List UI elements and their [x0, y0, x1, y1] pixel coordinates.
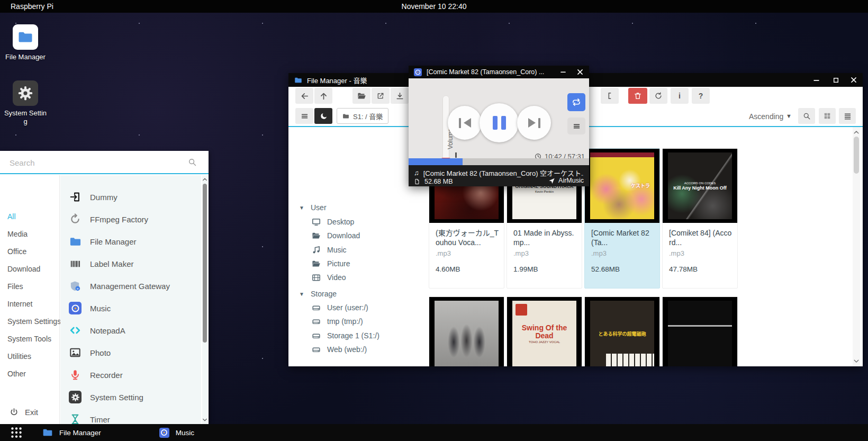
music-disc-icon: [414, 68, 422, 76]
sort-order-select[interactable]: Ascending: [749, 112, 783, 121]
repeat-button[interactable]: [567, 93, 585, 111]
category-other[interactable]: Other: [7, 368, 26, 379]
category-office[interactable]: Office: [7, 246, 26, 257]
tree-item-download[interactable]: Download: [312, 229, 360, 242]
track-file-size: 52.68 MB: [424, 178, 453, 185]
help-button[interactable]: ?: [692, 88, 710, 104]
app-item-ffmpeg-factory[interactable]: FFmpeg Factory: [60, 208, 201, 230]
album-art: とある科学の超電磁砲: [585, 297, 659, 366]
info-button[interactable]: i: [671, 88, 689, 104]
menu-button[interactable]: [295, 108, 313, 124]
app-list-scrollbar[interactable]: [202, 175, 207, 424]
minimize-button[interactable]: [558, 67, 568, 77]
desktop-icon-file-manager[interactable]: File Manager: [0, 24, 51, 61]
scrollbar-thumb[interactable]: [203, 184, 207, 343]
search-button[interactable]: [798, 108, 815, 124]
pause-button[interactable]: [480, 103, 519, 142]
download-button[interactable]: [391, 88, 409, 104]
tree-item-music[interactable]: Music: [312, 243, 347, 257]
open-folder-button[interactable]: [352, 88, 370, 104]
next-icon: [528, 118, 536, 128]
category-files[interactable]: Files: [7, 281, 23, 292]
back-button[interactable]: [295, 88, 313, 104]
scrollbar-thumb[interactable]: [854, 137, 859, 174]
drive-icon: [312, 331, 321, 340]
file-card[interactable]: [429, 296, 504, 366]
minimize-button[interactable]: [811, 75, 821, 85]
desktop-icon-system-setting[interactable]: System Setting: [0, 80, 51, 126]
app-item-system-setting[interactable]: System Setting: [60, 386, 201, 408]
progress-bar[interactable]: [409, 158, 589, 165]
app-item-label-maker[interactable]: Label Maker: [60, 253, 201, 275]
app-item-recorder[interactable]: Recorder: [60, 364, 201, 386]
category-download[interactable]: Download: [7, 264, 40, 274]
app-list: Dummy FFmpeg Factory File Manager Label …: [60, 175, 201, 424]
app-launcher-button[interactable]: [10, 426, 23, 439]
category-system-tools[interactable]: System Tools: [7, 334, 51, 344]
tree-item-video[interactable]: Video: [312, 271, 346, 284]
previous-track-button[interactable]: [448, 106, 482, 140]
file-card[interactable]: ACCORD ON CODES Kill Any Night Moon Off …: [662, 148, 738, 289]
close-button[interactable]: [575, 67, 585, 77]
scroll-up-icon[interactable]: [202, 176, 208, 183]
taskbar-item-file-manager[interactable]: File Manager: [42, 427, 101, 438]
app-item-management-gateway[interactable]: Management Gateway: [60, 275, 201, 297]
maximize-button[interactable]: [831, 75, 840, 85]
delete-button[interactable]: [628, 88, 647, 104]
window-title: [Comic Market 82 (Tamaonsen_Coro) ...: [427, 68, 544, 76]
album-art: Swing Of the Dead TOHO JAZZY VOCAL: [507, 297, 582, 366]
music-player-titlebar[interactable]: [Comic Market 82 (Tamaonsen_Coro) ...: [409, 66, 589, 78]
next-track-button[interactable]: [517, 106, 551, 140]
scroll-up-icon[interactable]: [853, 129, 860, 136]
tree-item-tmp-drive[interactable]: tmp (tmp:/): [312, 314, 363, 328]
list-view-button[interactable]: [839, 108, 856, 124]
gear-icon: [13, 80, 38, 106]
category-system-settings[interactable]: System Settings: [7, 316, 61, 327]
tree-item-desktop[interactable]: Desktop: [312, 215, 354, 229]
tree-item-web-drive[interactable]: Web (web:/): [312, 343, 367, 356]
top-bar: Raspberry Pi November 10 22:40: [0, 0, 868, 13]
taskbar-item-music[interactable]: Music: [159, 428, 194, 438]
search-input[interactable]: [10, 155, 179, 170]
category-internet[interactable]: Internet: [7, 299, 32, 309]
tree-section-user[interactable]: ▼ User: [299, 201, 327, 214]
file-card-selected[interactable]: ケストラ [Comic Market 82 (Ta... .mp3 52.68M…: [584, 148, 660, 289]
file-card[interactable]: [662, 296, 738, 366]
app-item-file-manager[interactable]: File Manager: [60, 230, 201, 253]
category-utilities[interactable]: Utilities: [7, 351, 31, 362]
chevron-down-icon: ▼: [299, 291, 305, 297]
category-all[interactable]: All: [7, 211, 16, 222]
refresh-button[interactable]: [649, 88, 667, 104]
tree-section-storage[interactable]: ▼ Storage: [299, 287, 337, 301]
microphone-icon: [69, 368, 82, 381]
album-art: ACCORD ON CODES Kill Any Night Moon Off: [663, 149, 737, 223]
gear-icon: [69, 391, 82, 403]
file-card[interactable]: Swing Of the Dead TOHO JAZZY VOCAL: [507, 296, 582, 366]
tree-item-user-drive[interactable]: User (user:/): [312, 301, 368, 314]
dark-mode-toggle[interactable]: [314, 108, 332, 124]
drive-icon: [312, 317, 321, 326]
file-card[interactable]: とある科学の超電磁砲: [584, 296, 660, 366]
app-item-dummy[interactable]: Dummy: [60, 186, 201, 208]
category-media[interactable]: Media: [7, 229, 28, 239]
playlist-menu-button[interactable]: [567, 118, 585, 134]
up-button[interactable]: [314, 88, 332, 104]
rename-button[interactable]: [601, 88, 619, 104]
tree-item-storage1-drive[interactable]: Storage 1 (S1:/): [312, 329, 379, 343]
open-external-button[interactable]: [372, 88, 390, 104]
breadcrumb[interactable]: S1: / 音樂: [337, 108, 388, 124]
app-item-notepada[interactable]: NotepadA: [60, 319, 201, 341]
file-grid-scrollbar[interactable]: [853, 127, 860, 366]
scroll-down-icon[interactable]: [853, 357, 860, 365]
app-item-music[interactable]: Music: [60, 297, 201, 319]
app-item-timer[interactable]: Timer: [60, 408, 201, 424]
film-icon: [312, 273, 321, 282]
scroll-down-icon[interactable]: [202, 417, 208, 423]
app-item-photo[interactable]: Photo: [60, 341, 201, 364]
grid-view-button[interactable]: [819, 108, 836, 124]
tree-item-picture[interactable]: Picture: [312, 257, 350, 271]
exit-button[interactable]: Exit: [10, 408, 38, 417]
file-icon: [414, 178, 420, 185]
close-button[interactable]: [849, 75, 858, 85]
category-list: All Media Office Download Files Internet…: [0, 175, 60, 424]
